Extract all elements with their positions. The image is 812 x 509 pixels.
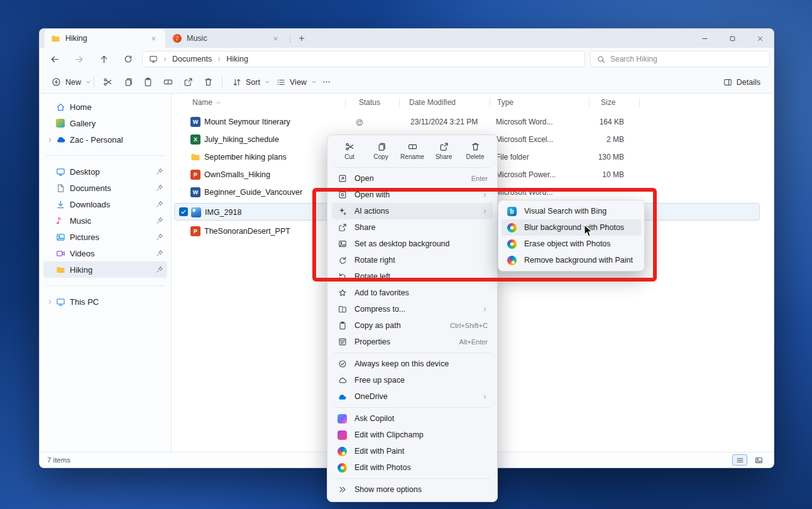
toolbar-divider: [94, 77, 94, 87]
sidebar-item-pictures[interactable]: Pictures: [43, 229, 167, 245]
checkbox-checked[interactable]: [179, 207, 188, 216]
menu-item-edit-with-clipchamp[interactable]: Edit with Clipchamp: [332, 427, 493, 443]
tab-close-icon[interactable]: [148, 33, 159, 44]
menu-separator: [334, 407, 490, 408]
details-view-toggle[interactable]: [732, 454, 747, 466]
file-name: Mount Seymour Itinerary: [204, 113, 290, 131]
up-button[interactable]: [95, 50, 112, 68]
sidebar-item-gallery[interactable]: Gallery: [43, 115, 167, 131]
minimize-button[interactable]: [691, 29, 718, 48]
menu-item-free-up-space[interactable]: Free up space: [332, 372, 493, 388]
address-bar[interactable]: Documents Hiking: [142, 51, 585, 67]
column-header-date-modified[interactable]: Date Modified: [409, 94, 456, 111]
view-button-label: View: [290, 78, 307, 87]
forward-button[interactable]: [70, 50, 87, 68]
sidebar-item-this-pc[interactable]: This PC: [43, 293, 167, 310]
maximize-button[interactable]: [718, 29, 746, 48]
quick-action-share[interactable]: Share: [430, 141, 458, 161]
quick-action-delete[interactable]: Delete: [461, 141, 489, 161]
chevron-down-icon: [265, 79, 270, 85]
menu-item-edit-with-paint[interactable]: Edit with Paint: [332, 443, 493, 459]
menu-item-always-keep-on-this-device[interactable]: Always keep on this device: [332, 356, 493, 372]
column-header-name[interactable]: Name: [192, 94, 221, 111]
sort-button[interactable]: Sort: [227, 74, 276, 90]
menu-item-edit-with-photos[interactable]: Edit with Photos: [332, 459, 493, 476]
header-divider: [639, 98, 640, 107]
breadcrumb-hiking[interactable]: Hiking: [226, 55, 248, 63]
file-type: Microsoft Power...: [496, 166, 556, 183]
search-box[interactable]: [590, 51, 770, 67]
breadcrumb-documents[interactable]: Documents: [172, 55, 212, 63]
chevron-right-icon[interactable]: [47, 299, 56, 305]
search-input[interactable]: [610, 55, 763, 63]
back-button[interactable]: [46, 50, 63, 68]
delete-button[interactable]: [199, 74, 217, 90]
menu-item-ask-copilot[interactable]: Ask Copilot: [332, 410, 493, 427]
thumbnail-view-toggle[interactable]: [751, 454, 766, 466]
sidebar-item-documents[interactable]: Documents: [43, 180, 167, 196]
folder-icon: [56, 265, 70, 275]
sidebar-item-hiking[interactable]: Hiking: [43, 261, 167, 278]
folder-icon: [51, 34, 60, 43]
chevron-down-icon: [311, 79, 317, 85]
view-button[interactable]: View: [271, 74, 322, 90]
sidebar-item-downloads[interactable]: Downloads: [43, 196, 167, 212]
file-row-mount-seymour-itinerary[interactable]: Mount Seymour Itinerary 23/11/2024 3:21 …: [172, 113, 774, 131]
menu-item-show-more-options[interactable]: Show more options: [332, 481, 493, 498]
rename-button[interactable]: [159, 74, 177, 90]
copy-button[interactable]: [119, 74, 136, 90]
quick-action-cut[interactable]: Cut: [336, 141, 363, 161]
menu-item-properties[interactable]: Properties Alt+Enter: [332, 334, 493, 350]
more-options-button[interactable]: [317, 74, 335, 90]
close-button[interactable]: [746, 29, 774, 48]
pin-icon: [156, 249, 163, 257]
toolbar-divider: [222, 77, 222, 87]
column-header-type[interactable]: Type: [497, 94, 513, 111]
menu-item-open[interactable]: Open Enter: [332, 170, 493, 187]
ch evron-right-icon: [162, 57, 168, 62]
new-button[interactable]: New: [46, 74, 97, 90]
quick-action-copy[interactable]: Copy: [367, 141, 395, 161]
music-icon: ♪: [173, 34, 182, 43]
quick-action-rename[interactable]: Rename: [398, 141, 426, 161]
menu-separator: [334, 478, 490, 479]
sidebar-item-music[interactable]: ♪ Music: [43, 212, 167, 229]
cut-button[interactable]: [99, 74, 116, 90]
column-header-size[interactable]: Size: [601, 94, 615, 111]
column-header-status[interactable]: Status: [359, 94, 380, 111]
share-button[interactable]: [179, 74, 197, 90]
sidebar-item-desktop[interactable]: Desktop: [43, 163, 167, 180]
pin-icon: [156, 200, 163, 208]
file-size: 164 KB: [549, 113, 624, 131]
pin-icon: [156, 168, 163, 175]
header-divider: [399, 98, 400, 107]
refresh-button[interactable]: [119, 50, 137, 68]
menu-separator: [334, 167, 490, 168]
menu-item-copy-as-path[interactable]: Copy as path Ctrl+Shift+C: [332, 317, 493, 334]
pin-icon: [156, 233, 163, 241]
tab-close-icon[interactable]: [270, 33, 281, 44]
share-icon: [439, 142, 449, 151]
sidebar-item-home[interactable]: Home: [43, 99, 167, 115]
sidebar-divider: [46, 155, 165, 156]
pin-icon: [156, 266, 163, 273]
menu-item-compress-to[interactable]: Compress to...: [332, 301, 493, 317]
sidebar-item-onedrive-personal[interactable]: Zac - Personal: [43, 131, 167, 148]
tab-music[interactable]: ♪ Music: [167, 29, 287, 48]
search-icon: [597, 55, 605, 63]
new-tab-button[interactable]: [295, 31, 309, 45]
sidebar-divider: [46, 285, 165, 286]
chevron-right-icon[interactable]: [47, 137, 56, 143]
items-count-label: 7 items: [47, 456, 70, 464]
open-icon: [337, 174, 348, 183]
sidebar-item-videos[interactable]: Videos: [43, 245, 167, 261]
location-icon: [149, 55, 158, 63]
clipchamp-logo-icon: [337, 430, 348, 440]
paste-button[interactable]: [139, 74, 156, 90]
excel-file-icon: [190, 134, 200, 145]
tab-hiking[interactable]: Hiking: [45, 29, 165, 48]
details-button[interactable]: Details: [718, 74, 766, 90]
menu-item-onedrive[interactable]: OneDrive: [332, 388, 493, 405]
menu-item-add-to-favorites[interactable]: Add to favorites: [332, 285, 493, 301]
paint-logo-icon: [337, 447, 348, 456]
